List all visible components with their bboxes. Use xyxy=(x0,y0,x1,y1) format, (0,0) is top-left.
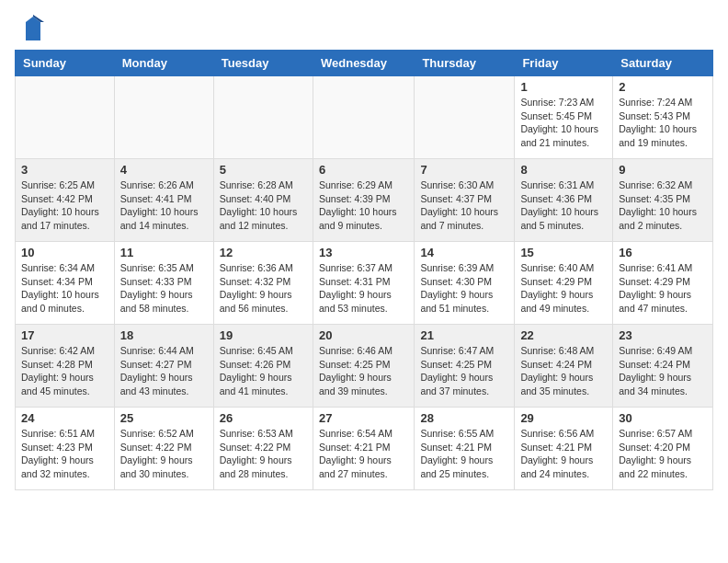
day-info: Sunrise: 6:25 AMSunset: 4:42 PMDaylight:… xyxy=(21,178,108,233)
day-number: 1 xyxy=(520,80,607,94)
calendar-header-row: SundayMondayTuesdayWednesdayThursdayFrid… xyxy=(16,51,713,76)
day-cell: 5Sunrise: 6:28 AMSunset: 4:40 PMDaylight… xyxy=(213,159,313,242)
day-cell: 22Sunrise: 6:48 AMSunset: 4:24 PMDayligh… xyxy=(515,325,613,408)
day-info: Sunrise: 6:45 AMSunset: 4:26 PMDaylight:… xyxy=(220,344,307,398)
day-number: 28 xyxy=(420,411,508,425)
day-cell: 24Sunrise: 6:51 AMSunset: 4:23 PMDayligh… xyxy=(16,408,115,490)
day-cell: 4Sunrise: 6:26 AMSunset: 4:41 PMDaylight… xyxy=(114,159,213,242)
day-info: Sunrise: 6:28 AMSunset: 4:40 PMDaylight:… xyxy=(220,178,307,233)
day-info: Sunrise: 6:26 AMSunset: 4:41 PMDaylight:… xyxy=(120,178,208,233)
calendar-week-row: 10Sunrise: 6:34 AMSunset: 4:34 PMDayligh… xyxy=(16,242,713,325)
day-info: Sunrise: 6:51 AMSunset: 4:23 PMDaylight:… xyxy=(21,427,108,481)
day-cell: 30Sunrise: 6:57 AMSunset: 4:20 PMDayligh… xyxy=(613,408,713,490)
day-number: 27 xyxy=(319,411,408,425)
day-info: Sunrise: 6:36 AMSunset: 4:32 PMDaylight:… xyxy=(220,261,307,316)
day-number: 21 xyxy=(420,328,508,342)
day-info: Sunrise: 6:30 AMSunset: 4:37 PMDaylight:… xyxy=(420,178,508,233)
day-number: 30 xyxy=(619,411,707,425)
day-number: 25 xyxy=(120,411,208,425)
day-info: Sunrise: 6:40 AMSunset: 4:29 PMDaylight:… xyxy=(520,261,607,316)
day-number: 2 xyxy=(619,80,707,94)
day-info: Sunrise: 6:52 AMSunset: 4:22 PMDaylight:… xyxy=(120,427,208,481)
day-cell: 2Sunrise: 7:24 AMSunset: 5:43 PMDaylight… xyxy=(613,76,713,159)
day-cell: 16Sunrise: 6:41 AMSunset: 4:29 PMDayligh… xyxy=(613,242,713,325)
day-number: 17 xyxy=(21,328,108,342)
day-info: Sunrise: 6:46 AMSunset: 4:25 PMDaylight:… xyxy=(319,344,408,398)
day-info: Sunrise: 6:49 AMSunset: 4:24 PMDaylight:… xyxy=(619,344,707,398)
day-cell: 19Sunrise: 6:45 AMSunset: 4:26 PMDayligh… xyxy=(213,325,313,408)
day-cell xyxy=(213,76,313,159)
day-info: Sunrise: 6:31 AMSunset: 4:36 PMDaylight:… xyxy=(520,178,607,233)
day-number: 12 xyxy=(220,246,307,259)
day-cell xyxy=(114,76,213,159)
day-number: 11 xyxy=(120,246,208,259)
day-header-wednesday: Wednesday xyxy=(313,51,414,76)
day-info: Sunrise: 6:47 AMSunset: 4:25 PMDaylight:… xyxy=(420,344,508,398)
calendar-week-row: 17Sunrise: 6:42 AMSunset: 4:28 PMDayligh… xyxy=(16,325,713,408)
day-number: 19 xyxy=(220,328,307,342)
day-cell: 27Sunrise: 6:54 AMSunset: 4:21 PMDayligh… xyxy=(313,408,414,490)
day-cell: 26Sunrise: 6:53 AMSunset: 4:22 PMDayligh… xyxy=(213,408,313,490)
calendar-wrapper: SundayMondayTuesdayWednesdayThursdayFrid… xyxy=(0,50,728,498)
day-number: 20 xyxy=(319,328,408,342)
calendar-table: SundayMondayTuesdayWednesdayThursdayFrid… xyxy=(15,50,713,490)
day-number: 4 xyxy=(120,163,208,177)
day-cell: 23Sunrise: 6:49 AMSunset: 4:24 PMDayligh… xyxy=(613,325,713,408)
day-info: Sunrise: 6:44 AMSunset: 4:27 PMDaylight:… xyxy=(120,344,208,398)
logo-icon xyxy=(22,15,44,42)
day-cell: 21Sunrise: 6:47 AMSunset: 4:25 PMDayligh… xyxy=(415,325,515,408)
day-cell: 6Sunrise: 6:29 AMSunset: 4:39 PMDaylight… xyxy=(313,159,414,242)
day-number: 15 xyxy=(520,246,607,259)
calendar-week-row: 24Sunrise: 6:51 AMSunset: 4:23 PMDayligh… xyxy=(16,408,713,490)
day-cell xyxy=(415,76,515,159)
day-cell: 11Sunrise: 6:35 AMSunset: 4:33 PMDayligh… xyxy=(114,242,213,325)
day-info: Sunrise: 6:56 AMSunset: 4:21 PMDaylight:… xyxy=(520,427,607,481)
logo xyxy=(18,15,44,42)
day-info: Sunrise: 6:57 AMSunset: 4:20 PMDaylight:… xyxy=(619,427,707,481)
day-number: 3 xyxy=(21,163,108,177)
day-number: 24 xyxy=(21,411,108,425)
day-info: Sunrise: 6:37 AMSunset: 4:31 PMDaylight:… xyxy=(319,261,408,316)
day-number: 14 xyxy=(420,246,508,259)
day-cell xyxy=(313,76,414,159)
day-number: 8 xyxy=(520,163,607,177)
day-cell: 10Sunrise: 6:34 AMSunset: 4:34 PMDayligh… xyxy=(16,242,115,325)
calendar-week-row: 3Sunrise: 6:25 AMSunset: 4:42 PMDaylight… xyxy=(16,159,713,242)
day-header-thursday: Thursday xyxy=(415,51,515,76)
day-number: 26 xyxy=(220,411,307,425)
day-cell: 3Sunrise: 6:25 AMSunset: 4:42 PMDaylight… xyxy=(16,159,115,242)
day-cell: 15Sunrise: 6:40 AMSunset: 4:29 PMDayligh… xyxy=(515,242,613,325)
day-number: 22 xyxy=(520,328,607,342)
day-number: 5 xyxy=(220,163,307,177)
day-info: Sunrise: 6:41 AMSunset: 4:29 PMDaylight:… xyxy=(619,261,707,316)
calendar-week-row: 1Sunrise: 7:23 AMSunset: 5:45 PMDaylight… xyxy=(16,76,713,159)
day-number: 23 xyxy=(619,328,707,342)
day-info: Sunrise: 6:55 AMSunset: 4:21 PMDaylight:… xyxy=(420,427,508,481)
day-cell: 14Sunrise: 6:39 AMSunset: 4:30 PMDayligh… xyxy=(415,242,515,325)
day-info: Sunrise: 7:24 AMSunset: 5:43 PMDaylight:… xyxy=(619,96,707,150)
day-cell: 29Sunrise: 6:56 AMSunset: 4:21 PMDayligh… xyxy=(515,408,613,490)
day-header-tuesday: Tuesday xyxy=(213,51,313,76)
day-number: 7 xyxy=(420,163,508,177)
day-cell: 1Sunrise: 7:23 AMSunset: 5:45 PMDaylight… xyxy=(515,76,613,159)
day-info: Sunrise: 6:29 AMSunset: 4:39 PMDaylight:… xyxy=(319,178,408,233)
day-header-monday: Monday xyxy=(114,51,213,76)
day-cell: 20Sunrise: 6:46 AMSunset: 4:25 PMDayligh… xyxy=(313,325,414,408)
day-number: 13 xyxy=(319,246,408,259)
day-header-saturday: Saturday xyxy=(613,51,713,76)
day-cell: 8Sunrise: 6:31 AMSunset: 4:36 PMDaylight… xyxy=(515,159,613,242)
day-info: Sunrise: 6:42 AMSunset: 4:28 PMDaylight:… xyxy=(21,344,108,398)
day-cell: 18Sunrise: 6:44 AMSunset: 4:27 PMDayligh… xyxy=(114,325,213,408)
day-header-friday: Friday xyxy=(515,51,613,76)
day-cell: 13Sunrise: 6:37 AMSunset: 4:31 PMDayligh… xyxy=(313,242,414,325)
day-info: Sunrise: 6:32 AMSunset: 4:35 PMDaylight:… xyxy=(619,178,707,233)
day-info: Sunrise: 6:54 AMSunset: 4:21 PMDaylight:… xyxy=(319,427,408,481)
day-info: Sunrise: 6:34 AMSunset: 4:34 PMDaylight:… xyxy=(21,261,108,316)
day-number: 9 xyxy=(619,163,707,177)
day-cell xyxy=(16,76,115,159)
day-info: Sunrise: 6:48 AMSunset: 4:24 PMDaylight:… xyxy=(520,344,607,398)
day-cell: 25Sunrise: 6:52 AMSunset: 4:22 PMDayligh… xyxy=(114,408,213,490)
day-cell: 7Sunrise: 6:30 AMSunset: 4:37 PMDaylight… xyxy=(415,159,515,242)
day-info: Sunrise: 6:53 AMSunset: 4:22 PMDaylight:… xyxy=(220,427,307,481)
day-info: Sunrise: 7:23 AMSunset: 5:45 PMDaylight:… xyxy=(520,96,607,150)
